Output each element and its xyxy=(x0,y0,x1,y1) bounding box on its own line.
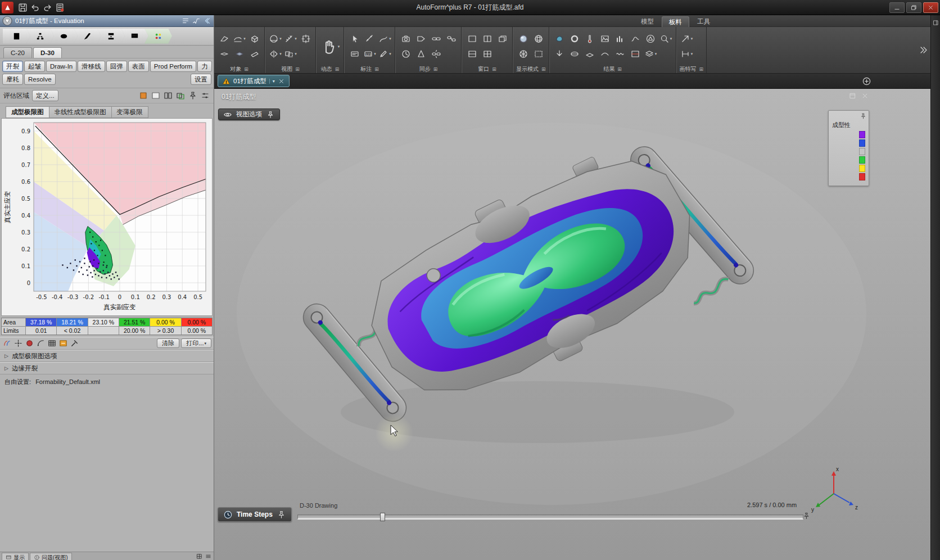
result-button-起皱[interactable]: 起皱 xyxy=(24,61,45,72)
pin-icon[interactable] xyxy=(277,510,286,520)
save-icon[interactable] xyxy=(17,2,28,13)
flat-part-icon[interactable] xyxy=(217,47,231,61)
window-cascade-icon[interactable] xyxy=(495,32,509,46)
dropdown-arrow-icon[interactable]: ▾ xyxy=(279,37,282,41)
collapsed-panel-strip[interactable] xyxy=(930,15,940,560)
dropdown-arrow-icon[interactable]: ▾ xyxy=(338,44,340,49)
dialog-launcher-icon[interactable]: ⊞ xyxy=(617,66,622,72)
window-split-v-icon[interactable] xyxy=(480,32,494,46)
dropdown-arrow-icon[interactable]: ▾ xyxy=(655,52,657,56)
compare-views-icon[interactable] xyxy=(163,91,173,101)
section-result-icon[interactable] xyxy=(629,47,643,61)
wedge-part-icon[interactable] xyxy=(247,47,261,61)
bottom-tab-问题(视图)[interactable]: 问题(视图) xyxy=(30,553,72,560)
pencil-annotation-icon[interactable]: ▾ xyxy=(378,47,392,61)
clipping-plane-icon[interactable]: ▾ xyxy=(268,32,282,46)
dropdown-arrow-icon[interactable]: ▾ xyxy=(295,52,297,56)
mesh-grid-icon[interactable] xyxy=(47,338,57,348)
legend-panel[interactable]: 成型性 xyxy=(828,110,869,186)
section-边缘开裂[interactable]: ▷边缘开裂 xyxy=(0,362,214,374)
close-button[interactable] xyxy=(923,2,938,13)
document-tab[interactable]: 01打筋成型 ▾ xyxy=(218,75,290,87)
fld-tab-非线性成型极限图[interactable]: 非线性成型极限图 xyxy=(49,106,112,118)
highlight-orange-icon[interactable] xyxy=(58,338,68,348)
dropdown-arrow-icon[interactable]: ▾ xyxy=(691,37,693,41)
result-button-Resolve[interactable]: Resolve xyxy=(24,74,56,85)
redo-icon[interactable] xyxy=(42,2,53,13)
result-ring-icon[interactable] xyxy=(568,32,582,46)
workflow-step-die-face[interactable] xyxy=(50,29,78,44)
dropdown-arrow-icon[interactable]: ▾ xyxy=(204,341,206,346)
sync-link-icon[interactable] xyxy=(429,32,443,46)
dropdown-arrow-icon[interactable]: ▾ xyxy=(691,52,693,56)
stage-tab-D-30[interactable]: D-30 xyxy=(33,47,62,58)
left-panel-header[interactable]: 01打筋成型 - Evaluation xyxy=(0,15,214,27)
stage-tab-C-20[interactable]: C-20 xyxy=(3,47,32,58)
maximize-button[interactable] xyxy=(906,2,921,13)
dialog-launcher-icon[interactable]: ⊞ xyxy=(699,66,704,72)
window-single-icon[interactable] xyxy=(465,32,479,46)
dimension-123-icon[interactable]: 123▾ xyxy=(363,47,377,61)
workflow-step-evaluation-results[interactable] xyxy=(144,29,172,44)
dropdown-arrow-icon[interactable]: ▾ xyxy=(295,37,297,41)
toolbar-overflow[interactable] xyxy=(919,27,930,73)
arrow-northeast-icon[interactable]: ▾ xyxy=(680,32,694,46)
window-grid-icon[interactable] xyxy=(480,47,494,61)
pin-icon[interactable] xyxy=(860,112,867,120)
pin-icon[interactable] xyxy=(188,91,198,101)
collapse-left-icon[interactable] xyxy=(202,16,211,25)
shape-search-icon[interactable]: ▾ xyxy=(659,32,673,46)
sync-camera-icon[interactable] xyxy=(399,32,413,46)
projection-view-icon[interactable]: ▾ xyxy=(283,47,297,61)
view-options-button[interactable]: 视图选项 xyxy=(218,109,280,120)
result-sphere-icon[interactable] xyxy=(25,338,34,348)
macro-script-icon[interactable] xyxy=(55,2,65,13)
fld-tab-变薄极限[interactable]: 变薄极限 xyxy=(111,106,148,118)
ribbon-tab-板料[interactable]: 板料 xyxy=(662,16,689,27)
result-button-回弹[interactable]: 回弹 xyxy=(106,61,127,72)
sync-cone-icon[interactable] xyxy=(414,47,428,61)
pipette-icon[interactable] xyxy=(70,338,79,348)
tool-solid-icon[interactable] xyxy=(247,32,261,46)
shaded-sphere-icon[interactable] xyxy=(516,32,530,46)
section-line-icon[interactable] xyxy=(363,32,377,46)
tab-close-icon[interactable] xyxy=(278,78,285,85)
sync-tag-icon[interactable] xyxy=(414,32,428,46)
wave-result-icon[interactable] xyxy=(613,47,627,61)
single-view-icon[interactable] xyxy=(151,91,161,101)
measure-distance-icon[interactable]: ▾ xyxy=(283,32,297,46)
expand-panel-icon[interactable] xyxy=(932,19,939,26)
result-button-Prod Perform[interactable]: Prod Perform xyxy=(150,61,196,72)
workflow-step-monitor-m01[interactable]: M01 xyxy=(121,29,148,44)
issues-icon[interactable] xyxy=(34,554,40,560)
maximize-pane-icon[interactable] xyxy=(848,92,857,100)
probe-point-icon[interactable] xyxy=(13,338,23,348)
define-button[interactable]: 定义... xyxy=(32,90,58,101)
sync-time-icon[interactable] xyxy=(399,47,413,61)
time-slider-handle[interactable] xyxy=(380,513,385,521)
dialog-launcher-icon[interactable]: ⊞ xyxy=(374,66,379,72)
result-blob-icon[interactable] xyxy=(553,32,567,46)
layer-stack-icon[interactable]: ▾ xyxy=(644,47,658,61)
result-button-滑移线[interactable]: 滑移线 xyxy=(78,61,105,72)
result-columns-icon[interactable] xyxy=(613,32,627,46)
faceted-sphere-icon[interactable] xyxy=(516,47,530,61)
dynamic-hand-icon[interactable]: ▾ xyxy=(319,32,341,61)
scene-3d[interactable]: x y z xyxy=(214,89,930,560)
workflow-step-press-machine[interactable] xyxy=(97,29,125,44)
undo-icon[interactable] xyxy=(30,2,40,13)
dialog-launcher-icon[interactable]: ⊞ xyxy=(492,66,496,72)
dropdown-arrow-icon[interactable]: ▾ xyxy=(670,37,672,41)
lens-result-icon[interactable] xyxy=(568,47,582,61)
window-split-h-icon[interactable] xyxy=(465,47,479,61)
overlay-green-icon[interactable] xyxy=(175,91,186,101)
result-button-摩耗[interactable]: 摩耗 xyxy=(2,74,23,85)
minimize-icon[interactable] xyxy=(893,4,901,11)
viewport-3d[interactable]: x y z 01打筋成型 视图选项 成型性 Time Steps D-30 Dr… xyxy=(214,89,930,560)
result-button-开裂[interactable]: 开裂 xyxy=(2,61,23,72)
contour-pair-icon[interactable] xyxy=(2,338,12,348)
fld-tab-成型极限图[interactable]: 成型极限图 xyxy=(6,106,49,118)
dashed-selection-icon[interactable] xyxy=(531,47,545,61)
dialog-launcher-icon[interactable]: ⊞ xyxy=(335,66,340,72)
addendum-surface-icon[interactable]: ▾ xyxy=(232,32,246,46)
